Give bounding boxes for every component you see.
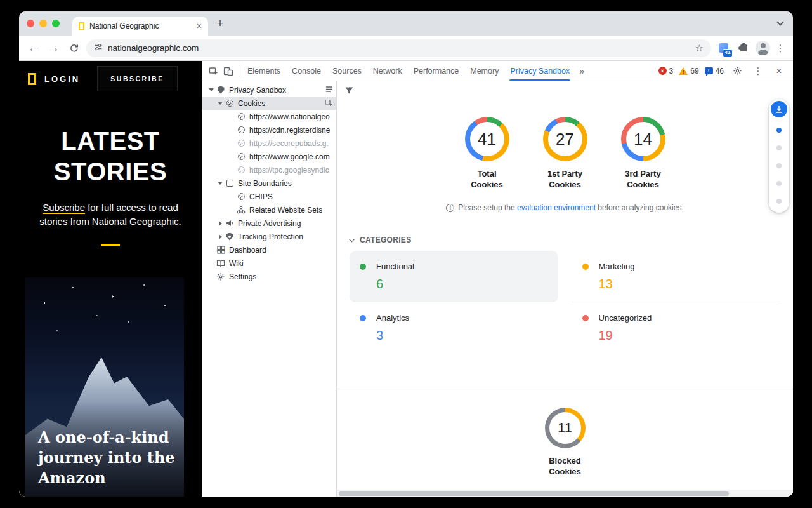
hero-story-card[interactable]: A one-of-a-kind journey into the Amazon	[25, 277, 184, 497]
cookie-icon	[236, 166, 246, 173]
error-count-text: 3	[669, 67, 674, 76]
issues-count[interactable]: ! 46	[705, 67, 724, 76]
address-bar[interactable]: nationalgeographic.com ☆	[86, 39, 711, 57]
tree-item-wiki[interactable]: Wiki	[202, 257, 336, 270]
site-settings-icon[interactable]	[94, 43, 103, 54]
tab-network[interactable]: Network	[367, 61, 408, 81]
section-dot-active[interactable]	[776, 128, 782, 133]
tree-item-cookie-origin-3[interactable]: https://securepubads.g.	[202, 137, 336, 150]
dashboard-icon	[216, 246, 226, 254]
download-button[interactable]	[771, 101, 787, 117]
tab-search-chevron-icon[interactable]	[778, 20, 783, 25]
uncategorized-count: 19	[599, 328, 781, 343]
devtools-menu-icon[interactable]: ⋮	[750, 64, 766, 79]
scrollbar-thumb[interactable]	[339, 491, 729, 496]
section-dot[interactable]	[776, 199, 782, 204]
category-card-analytics[interactable]: Analytics 3	[350, 302, 558, 354]
sidebar-menu-icon[interactable]	[325, 86, 333, 95]
tree-item-cookie-origin-4[interactable]: https://www.google.com	[202, 150, 336, 163]
blocked-cookies-donut: 11	[545, 408, 586, 448]
extensions-puzzle-icon[interactable]	[735, 40, 752, 57]
reload-button[interactable]	[66, 40, 82, 57]
category-card-marketing[interactable]: Marketing 13	[572, 251, 781, 302]
inspect-element-icon[interactable]	[206, 64, 221, 79]
tab-performance[interactable]: Performance	[408, 61, 465, 81]
blocked-cookies-label: Blocked Cookies	[337, 455, 793, 477]
tab-console[interactable]: Console	[286, 61, 327, 81]
close-window-button[interactable]	[27, 20, 34, 27]
chevron-expanded-icon[interactable]	[216, 102, 225, 105]
inspect-cookies-icon[interactable]	[325, 99, 333, 109]
issues-count-text: 46	[716, 67, 724, 76]
tree-item-cookie-origin-5[interactable]: https://tpc.googlesyndic	[202, 163, 336, 177]
tree-item-cookie-origin-1[interactable]: https://www.nationalgeo	[202, 110, 336, 123]
more-tabs-icon[interactable]: »	[575, 66, 588, 76]
natgeo-site: LOGIN SUBSCRIBE LATEST STORIES Subscribe…	[19, 61, 202, 497]
browser-tab[interactable]: National Geographic ×	[72, 17, 208, 36]
privacy-extension-icon[interactable]: 41	[715, 41, 731, 56]
devtools-tab-bar: Elements Console Sources Network Perform…	[202, 61, 793, 81]
latest-stories-heading: LATEST STORIES	[19, 126, 202, 187]
subscribe-promo-text: Subscribe for full access to read storie…	[19, 201, 202, 229]
natgeo-logo-icon[interactable]	[28, 73, 36, 85]
functional-color-dot	[360, 264, 366, 270]
tab-memory[interactable]: Memory	[464, 61, 504, 81]
chevron-expanded-icon[interactable]	[207, 88, 216, 91]
maximize-window-button[interactable]	[52, 20, 60, 27]
tree-item-privacy-sandbox[interactable]: Privacy Sandbox	[202, 83, 336, 97]
evaluation-environment-link[interactable]: evaluation environment	[517, 203, 596, 212]
new-tab-button[interactable]: +	[212, 15, 228, 32]
subscribe-link[interactable]: Subscribe	[43, 202, 85, 213]
minimize-window-button[interactable]	[39, 20, 47, 27]
uncategorized-color-dot	[582, 315, 589, 321]
error-count[interactable]: × 3	[658, 67, 674, 76]
tab-elements[interactable]: Elements	[242, 61, 286, 81]
section-navigator	[769, 99, 789, 213]
hero-story-title: A one-of-a-kind journey into the Amazon	[38, 427, 175, 488]
tab-sources[interactable]: Sources	[327, 61, 367, 81]
privacy-sandbox-tree: Privacy Sandbox Cookies https://www.nati…	[202, 81, 337, 497]
tree-item-tracking-protection[interactable]: Tracking Protection	[202, 230, 336, 243]
subscribe-button[interactable]: SUBSCRIBE	[97, 66, 178, 91]
tab-privacy-sandbox[interactable]: Privacy Sandbox	[504, 61, 575, 81]
panel-content: 41 Total Cookies 27	[337, 81, 793, 490]
warning-count[interactable]: 69	[679, 67, 698, 76]
tree-item-cookies[interactable]: Cookies	[202, 97, 336, 110]
chevron-collapsed-icon[interactable]	[216, 221, 225, 226]
bookmark-star-icon[interactable]: ☆	[695, 43, 704, 54]
third-party-cookies-donut: 14	[621, 117, 665, 161]
devtools-close-icon[interactable]: ×	[771, 64, 787, 79]
setup-note: i Please setup the evaluation environmen…	[337, 203, 793, 212]
tree-item-chips[interactable]: CHIPS	[202, 190, 336, 203]
tab-close-icon[interactable]: ×	[197, 22, 202, 30]
site-header: LOGIN SUBSCRIBE	[19, 61, 202, 97]
login-button[interactable]: LOGIN	[44, 74, 80, 84]
devtools-status-area: × 3 69 ! 46 ⋮ ×	[658, 64, 789, 79]
back-button[interactable]: ←	[25, 40, 42, 57]
url-text[interactable]: nationalgeographic.com	[108, 43, 690, 53]
profile-avatar[interactable]	[756, 41, 770, 55]
forward-button[interactable]: →	[46, 40, 62, 57]
tree-item-related-website-sets[interactable]: Related Website Sets	[202, 203, 336, 217]
categories-header[interactable]: CATEGORIES	[350, 236, 793, 244]
third-party-cookies-label: 3rd Party Cookies	[617, 168, 670, 190]
browser-menu-icon[interactable]: ⋮	[774, 43, 787, 54]
tree-item-private-advertising[interactable]: Private Advertising	[202, 217, 336, 230]
extension-badge: 41	[723, 49, 733, 57]
tree-item-site-boundaries[interactable]: Site Boundaries	[202, 177, 336, 190]
section-dot[interactable]	[776, 163, 782, 168]
devtools-settings-icon[interactable]	[730, 64, 745, 79]
section-dot[interactable]	[776, 181, 782, 186]
chevron-down-icon	[349, 236, 355, 242]
chevron-expanded-icon[interactable]	[216, 182, 225, 185]
tree-item-dashboard[interactable]: Dashboard	[202, 243, 336, 257]
analytics-color-dot	[360, 315, 366, 321]
category-card-functional[interactable]: Functional 6	[350, 251, 558, 302]
tree-item-settings[interactable]: Settings	[202, 270, 336, 283]
device-toolbar-icon[interactable]	[221, 64, 236, 79]
section-dot[interactable]	[776, 145, 782, 150]
horizontal-scrollbar[interactable]	[337, 490, 793, 497]
chevron-collapsed-icon[interactable]	[216, 234, 225, 239]
tree-item-cookie-origin-2[interactable]: https://cdn.registerdisne	[202, 123, 336, 137]
category-card-uncategorized[interactable]: Uncategorized 19	[572, 302, 781, 354]
